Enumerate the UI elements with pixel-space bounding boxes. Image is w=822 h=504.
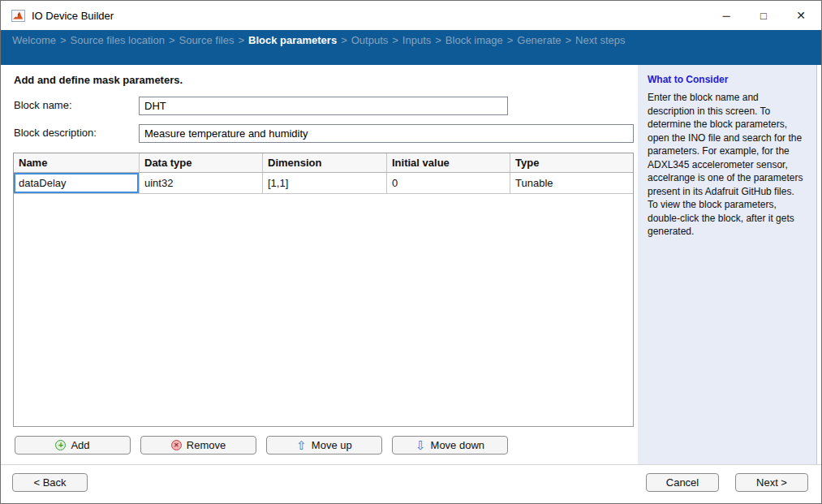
block-name-label: Block name: [14, 99, 72, 111]
move-down-button[interactable]: ⇩ Move down [392, 436, 508, 454]
breadcrumb-step-block-image: Block image [445, 34, 503, 46]
breadcrumb-step-source-files: Source files [179, 34, 234, 46]
column-header-initial-value: Initial value [387, 153, 510, 172]
sidebar-help-text: Enter the block name and description in … [648, 91, 807, 239]
window-controls: ─ □ ✕ [708, 1, 820, 30]
table-cell[interactable]: Tunable [510, 173, 633, 193]
column-header-dimension: Dimension [263, 153, 387, 172]
add-button[interactable]: + Add [15, 436, 131, 454]
move-up-button-label: Move up [312, 439, 352, 451]
arrow-down-icon: ⇩ [415, 439, 426, 451]
table-cell[interactable]: dataDelay [14, 173, 140, 193]
table-header-row: NameData typeDimensionInitial valueType [14, 153, 633, 173]
parameters-table: NameData typeDimensionInitial valueType … [13, 153, 634, 427]
back-button[interactable]: < Back [12, 473, 88, 492]
breadcrumb-separator: > [60, 34, 67, 46]
column-header-name: Name [14, 153, 140, 172]
close-button[interactable]: ✕ [782, 1, 820, 30]
block-name-input[interactable] [139, 97, 508, 115]
maximize-button[interactable]: □ [745, 1, 782, 30]
matlab-app-icon [11, 10, 25, 22]
table-cell[interactable]: 0 [387, 173, 510, 193]
column-header-data-type: Data type [140, 153, 263, 172]
breadcrumb-separator: > [341, 34, 347, 46]
footer-bar: < Back Cancel Next > [1, 464, 821, 504]
block-description-input[interactable] [139, 124, 634, 143]
title-bar: IO Device Builder ─ □ ✕ [1, 1, 821, 30]
breadcrumb-step-outputs: Outputs [351, 34, 389, 46]
page-title: Add and define mask parameters. [14, 74, 183, 86]
table-row: dataDelayuint32[1,1]0Tunable [14, 173, 633, 194]
sidebar-right-gap [817, 65, 821, 464]
cancel-button[interactable]: Cancel [646, 473, 719, 492]
table-cell[interactable]: uint32 [140, 173, 263, 193]
plus-circle-icon: + [55, 440, 66, 450]
help-sidebar: What to Consider Enter the block name an… [638, 65, 817, 464]
breadcrumb-step-generate: Generate [517, 34, 561, 46]
block-description-label: Block description: [14, 127, 97, 139]
breadcrumb-step-block-parameters: Block parameters [248, 34, 337, 46]
breadcrumb-step-welcome: Welcome [12, 34, 56, 46]
column-header-type: Type [510, 153, 633, 172]
table-action-buttons: + Add ✕ Remove ⇧ Move up ⇩ Move down [15, 436, 508, 454]
breadcrumb-separator: > [392, 34, 398, 46]
wizard-step-bar: Welcome>Source files location>Source fil… [1, 30, 821, 65]
io-device-builder-window: IO Device Builder ─ □ ✕ Welcome>Source f… [0, 0, 822, 504]
breadcrumb-separator: > [507, 34, 514, 46]
x-circle-icon: ✕ [171, 440, 182, 450]
breadcrumb-separator: > [435, 34, 441, 46]
table-cell[interactable]: [1,1] [263, 173, 387, 193]
breadcrumb-separator: > [169, 34, 175, 46]
breadcrumb-separator: > [238, 34, 244, 46]
arrow-up-icon: ⇧ [296, 439, 307, 451]
minimize-button[interactable]: ─ [708, 1, 745, 30]
table-body: dataDelayuint32[1,1]0Tunable [14, 173, 633, 194]
sidebar-title: What to Consider [648, 74, 807, 85]
main-panel: Add and define mask parameters. Block na… [1, 65, 638, 464]
breadcrumb-step-next-steps: Next steps [575, 34, 625, 46]
window-title: IO Device Builder [32, 10, 114, 22]
content-area: Add and define mask parameters. Block na… [1, 65, 821, 464]
breadcrumb-step-source-files-location: Source files location [71, 34, 165, 46]
breadcrumb-separator: > [565, 34, 571, 46]
remove-button[interactable]: ✕ Remove [140, 436, 256, 454]
next-button[interactable]: Next > [735, 473, 808, 492]
breadcrumb-step-inputs: Inputs [402, 34, 431, 46]
move-down-button-label: Move down [431, 439, 484, 451]
move-up-button[interactable]: ⇧ Move up [266, 436, 382, 454]
add-button-label: Add [71, 439, 89, 451]
breadcrumb: Welcome>Source files location>Source fil… [12, 34, 821, 46]
remove-button-label: Remove [187, 439, 226, 451]
